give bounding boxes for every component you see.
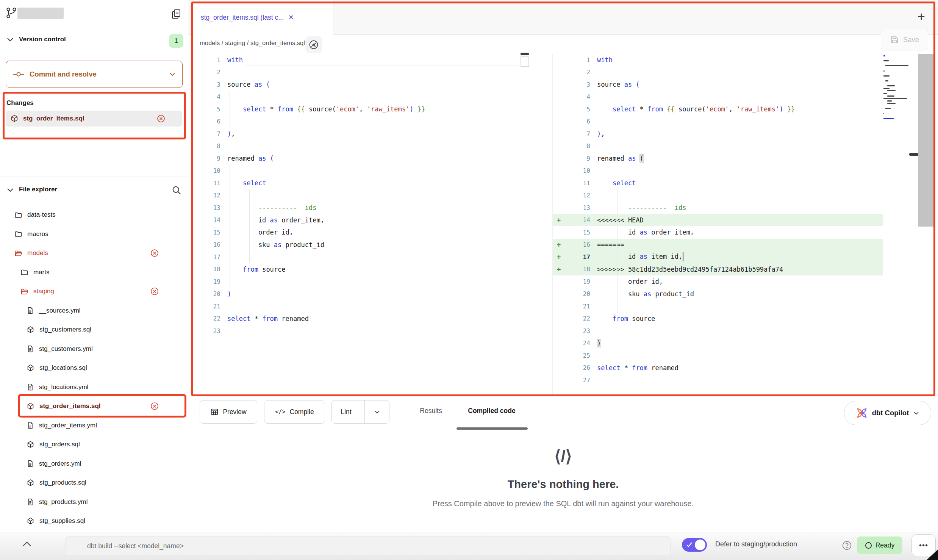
code-line-22[interactable]: 22select * from renamed	[193, 313, 520, 325]
deleted-mark-icon[interactable]	[150, 402, 159, 411]
window-scrollbar-thumb[interactable]	[918, 54, 934, 227]
code-line-19[interactable]: 19 order_id,	[553, 275, 883, 288]
preview-button[interactable]: Preview	[200, 400, 257, 424]
code-line-20[interactable]: 20 sku as product_id	[553, 288, 883, 300]
help-icon[interactable]	[842, 540, 852, 551]
lineage-icon[interactable]	[305, 36, 322, 53]
code-line-4[interactable]: 4	[193, 91, 520, 103]
collapse-chevron-icon[interactable]	[22, 541, 32, 547]
code-line-20[interactable]: 20)	[193, 288, 520, 300]
code-line-21[interactable]: 21	[193, 300, 520, 313]
file-explorer-item-staging[interactable]: staging	[0, 282, 188, 301]
compile-button[interactable]: </> Compile	[264, 400, 325, 424]
code-line-1[interactable]: 1with	[193, 54, 520, 66]
code-line-16[interactable]: 16 sku as product_id	[193, 239, 520, 251]
editor-pane-modified[interactable]: 1with23source as (45 select * from {{ so…	[553, 54, 883, 395]
code-line-15[interactable]: 15 id as order_item,	[553, 226, 883, 239]
tab-results[interactable]: Results	[409, 403, 453, 418]
code-line-26[interactable]: 26select * from renamed	[553, 362, 883, 374]
code-line-17[interactable]: 17	[193, 251, 520, 263]
file-explorer-item-macros[interactable]: macros	[0, 225, 188, 244]
code-line-6[interactable]: 6	[553, 116, 883, 128]
lint-dropdown-caret[interactable]	[364, 400, 389, 423]
code-line-16[interactable]: +16=======	[553, 239, 883, 251]
file-explorer-item-marts[interactable]: marts	[0, 263, 188, 282]
code-line-7[interactable]: 7),	[193, 128, 520, 140]
code-line-6[interactable]: 6	[193, 116, 520, 128]
copy-icon[interactable]	[170, 8, 182, 20]
tab-close-icon[interactable]: ✕	[288, 13, 294, 22]
code-line-3[interactable]: 3source as (	[553, 78, 883, 91]
code-line-13[interactable]: 13 ---------- ids	[193, 202, 520, 214]
status-badge-ready[interactable]: Ready	[857, 537, 902, 554]
code-line-14[interactable]: 14 id as order_item,	[193, 214, 520, 227]
file-explorer-item-stg-customers-sql[interactable]: stg_customers.sql	[0, 320, 188, 339]
code-line-10[interactable]: 10	[553, 165, 883, 177]
code-line-14[interactable]: +14<<<<<<< HEAD	[553, 214, 883, 227]
chevron-down-icon[interactable]	[7, 188, 14, 192]
file-explorer-item-stg-supplies-sql[interactable]: stg_supplies.sql	[0, 512, 188, 531]
file-explorer-item-stg-orders-sql[interactable]: stg_orders.sql	[0, 435, 188, 454]
file-explorer-item-stg-order-items-sql[interactable]: stg_order_items.sql	[0, 397, 188, 416]
code-line-5[interactable]: 5 select * from {{ source('ecom', 'raw_i…	[553, 103, 883, 116]
file-explorer-title[interactable]: File explorer	[19, 186, 57, 193]
code-line-17[interactable]: +17 id as item_id,	[553, 251, 883, 263]
deleted-mark-icon[interactable]	[150, 287, 159, 296]
file-explorer-item-data-tests[interactable]: data-tests	[0, 205, 188, 225]
lint-button[interactable]: Lint	[331, 400, 389, 424]
code-line-1[interactable]: 1with	[553, 54, 883, 66]
search-icon[interactable]	[171, 185, 182, 196]
commit-and-resolve-main[interactable]: Commit and resolve	[6, 61, 162, 88]
file-explorer-item--sources-yml[interactable]: __sources.yml	[0, 301, 188, 321]
changed-file-item[interactable]: stg_order_items.sql	[6, 111, 182, 127]
tab-compiled-code[interactable]: Compiled code	[456, 403, 527, 418]
commit-dropdown-caret[interactable]	[162, 61, 182, 88]
code-line-23[interactable]: 23	[553, 325, 883, 337]
file-explorer-item-models[interactable]: models	[0, 244, 188, 263]
code-line-9[interactable]: 9renamed as (	[193, 152, 520, 165]
code-line-12[interactable]: 12	[193, 189, 520, 202]
defer-toggle[interactable]	[682, 538, 707, 552]
lint-label[interactable]: Lint	[332, 408, 360, 416]
file-explorer-item-stg-products-sql[interactable]: stg_products.sql	[0, 473, 188, 493]
code-line-11[interactable]: 11 select	[553, 177, 883, 189]
code-line-7[interactable]: 7),	[553, 128, 883, 140]
code-line-4[interactable]: 4	[553, 91, 883, 103]
code-line-12[interactable]: 12	[553, 189, 883, 202]
code-line-25[interactable]: 25	[553, 349, 883, 362]
editor-pane-original[interactable]: 1with23source as (45 select * from {{ so…	[193, 54, 520, 395]
commit-and-resolve-button[interactable]: Commit and resolve	[6, 61, 183, 88]
code-line-21[interactable]: 21	[553, 300, 883, 313]
code-line-11[interactable]: 11 select	[193, 177, 520, 189]
dbt-copilot-button[interactable]: dbt Copilot	[844, 401, 931, 425]
code-line-18[interactable]: 18 from source	[193, 263, 520, 276]
code-line-8[interactable]: 8	[193, 140, 520, 153]
chevron-down-icon[interactable]	[7, 38, 14, 42]
code-line-10[interactable]: 10	[193, 165, 520, 177]
file-explorer-item-stg-products-yml[interactable]: stg_products.yml	[0, 493, 188, 512]
code-line-5[interactable]: 5 select * from {{ source('ecom', 'raw_i…	[193, 103, 520, 116]
code-line-9[interactable]: 9renamed as (	[553, 152, 883, 165]
deleted-mark-icon[interactable]	[150, 249, 159, 258]
file-explorer-item-stg-order-items-yml[interactable]: stg_order_items.yml	[0, 416, 188, 435]
code-line-2[interactable]: 2	[193, 66, 520, 79]
code-line-2[interactable]: 2	[553, 66, 883, 79]
save-button[interactable]: Save	[881, 29, 928, 50]
code-line-13[interactable]: 13 ---------- ids	[553, 202, 883, 214]
code-line-8[interactable]: 8	[553, 140, 883, 153]
command-input[interactable]: dbt build --select <model_name>	[65, 536, 671, 556]
file-explorer-item-stg-customers-yml[interactable]: stg_customers.yml	[0, 339, 188, 359]
left-pane-scrollbar-thumb[interactable]	[521, 53, 529, 55]
code-line-19[interactable]: 19	[193, 275, 520, 288]
code-line-18[interactable]: +18>>>>>>> 58c1dd23d5eebd9cd2495fa7124ab…	[553, 263, 883, 276]
code-line-3[interactable]: 3source as (	[193, 78, 520, 91]
code-line-24[interactable]: 24)	[553, 337, 883, 350]
file-explorer-item-stg-locations-sql[interactable]: stg_locations.sql	[0, 358, 188, 378]
tab-stg-order-items[interactable]: stg_order_items.sql (last c... ✕	[192, 0, 333, 35]
code-line-27[interactable]: 27	[553, 374, 883, 386]
version-control-title[interactable]: Version control	[19, 36, 66, 43]
revert-change-icon[interactable]	[156, 114, 166, 123]
new-tab-button[interactable]: +	[913, 7, 930, 26]
code-line-15[interactable]: 15 order_id,	[193, 226, 520, 239]
code-line-22[interactable]: 22 from source	[553, 313, 883, 325]
